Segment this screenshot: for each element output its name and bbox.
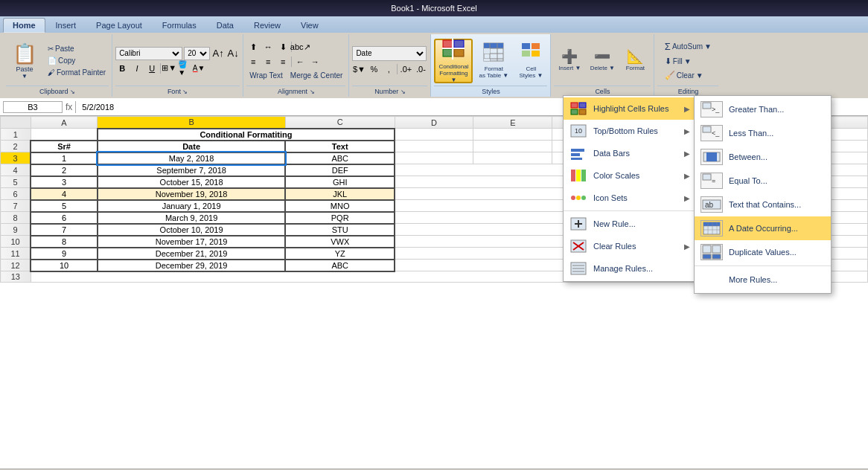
menu-item-new-rule[interactable]: New Rule... — [564, 213, 696, 235]
cell-b4[interactable]: September 7, 2018 — [98, 164, 286, 176]
col-header-b[interactable]: B — [98, 117, 286, 129]
cell-c11[interactable]: YZ — [285, 248, 395, 260]
autosum-btn[interactable]: Σ AutoSum ▼ — [662, 39, 715, 54]
font-size-select[interactable]: 20 — [184, 47, 210, 60]
cell-d3[interactable] — [395, 152, 473, 164]
align-left-btn[interactable]: ≡ — [246, 55, 260, 68]
cell-b12[interactable]: December 29, 2019 — [98, 260, 286, 271]
submenu-item-greater-than[interactable]: >_ Greater Than... — [695, 97, 831, 121]
cell-styles-button[interactable]: CellStyles ▼ — [514, 39, 547, 83]
cell-b6[interactable]: November 19, 2018 — [98, 188, 286, 200]
col-header-d[interactable]: D — [395, 117, 473, 129]
format-as-table-button[interactable]: Formatas Table ▼ — [476, 39, 511, 83]
cell-a3[interactable]: 1 — [31, 152, 98, 164]
cell-a5[interactable]: 3 — [31, 176, 98, 188]
fill-color-btn[interactable]: 🪣▼ — [177, 62, 191, 75]
tab-review[interactable]: Review — [244, 18, 290, 33]
cell-c7[interactable]: MNO — [285, 200, 395, 212]
cell-a2[interactable]: Sr# — [31, 141, 98, 152]
format-painter-button[interactable]: 🖌 Format Painter — [45, 67, 109, 78]
cell-e3[interactable] — [473, 152, 552, 164]
menu-item-data-bars[interactable]: Data Bars ▶ — [564, 142, 696, 164]
underline-btn[interactable]: U — [145, 62, 159, 75]
percent-btn[interactable]: % — [367, 62, 380, 76]
delete-cells-button[interactable]: ➖ Delete ▼ — [587, 39, 618, 83]
increase-indent-btn[interactable]: → — [308, 55, 322, 68]
submenu-item-equal-to[interactable]: = Equal To... — [695, 169, 831, 193]
wrap-text-btn[interactable]: Wrap Text — [246, 70, 286, 81]
cut-button[interactable]: ✂ Paste — [45, 43, 109, 54]
italic-btn[interactable]: I — [130, 62, 144, 75]
tab-view[interactable]: View — [291, 18, 328, 33]
cell-a8[interactable]: 6 — [31, 212, 98, 224]
cell-c2[interactable]: Text — [285, 141, 395, 152]
cell-c9[interactable]: STU — [285, 224, 395, 236]
increase-font-btn[interactable]: A↑ — [211, 47, 225, 60]
cell-a6[interactable]: 4 — [31, 188, 98, 200]
cell-a10[interactable]: 8 — [31, 236, 98, 248]
col-header-e[interactable]: E — [473, 117, 552, 129]
cell-b9[interactable]: October 10, 2019 — [98, 224, 286, 236]
copy-button[interactable]: 📄 Copy — [45, 55, 109, 66]
cell-e2[interactable] — [473, 141, 552, 152]
currency-btn[interactable]: $▼ — [352, 62, 366, 76]
decrease-font-btn[interactable]: A↓ — [226, 47, 240, 60]
font-name-select[interactable]: Calibri — [115, 47, 182, 60]
tab-formulas[interactable]: Formulas — [153, 18, 206, 33]
col-header-a[interactable]: A — [31, 117, 98, 129]
decrease-indent-btn[interactable]: ← — [293, 55, 307, 68]
cell-c12[interactable]: ABC — [285, 260, 395, 271]
name-box[interactable] — [3, 101, 63, 113]
cell-b10[interactable]: November 17, 2019 — [98, 236, 286, 248]
format-cells-button[interactable]: 📐 Format — [619, 39, 651, 83]
cell-b5[interactable]: October 15, 2018 — [98, 176, 286, 188]
cell-c10[interactable]: VWX — [285, 236, 395, 248]
clear-btn[interactable]: 🧹 Clear ▼ — [662, 69, 715, 82]
submenu-item-date-occurring[interactable]: A Date Occurring... — [695, 216, 831, 240]
cell-a9[interactable]: 7 — [31, 224, 98, 236]
col-header-c[interactable]: C — [285, 117, 395, 129]
cell-d2[interactable] — [395, 141, 473, 152]
cell-b3[interactable]: May 2, 2018 — [98, 152, 286, 164]
conditional-formatting-button[interactable]: ConditionalFormatting ▼ — [434, 39, 473, 83]
align-center-btn[interactable]: ≡ — [261, 55, 275, 68]
cell-c4[interactable]: DEF — [285, 164, 395, 176]
submenu-item-less-than[interactable]: <_ Less Than... — [695, 121, 831, 145]
cell-c5[interactable]: GHI — [285, 176, 395, 188]
cell-c6[interactable]: JKL — [285, 188, 395, 200]
merge-center-btn[interactable]: Merge & Center — [287, 70, 346, 81]
cell-a11[interactable]: 9 — [31, 248, 98, 260]
cell-b2[interactable]: Date — [98, 141, 286, 152]
menu-item-icon-sets[interactable]: Icon Sets ▶ — [564, 187, 696, 209]
borders-btn[interactable]: ⊞▼ — [162, 62, 176, 75]
cell-b11[interactable]: December 21, 2019 — [98, 248, 286, 260]
cell-b8[interactable]: March 9, 2019 — [98, 212, 286, 224]
tab-page-layout[interactable]: Page Layout — [86, 18, 152, 33]
cell-c8[interactable]: PQR — [285, 212, 395, 224]
cell-a4[interactable]: 2 — [31, 164, 98, 176]
cell-b1[interactable]: Conditional Formatiting — [98, 129, 395, 141]
submenu-item-more-rules[interactable]: More Rules... — [695, 268, 831, 292]
submenu-item-duplicate-values[interactable]: Duplicate Values... — [695, 240, 831, 264]
menu-item-top-bottom[interactable]: 10 Top/Bottom Rules ▶ — [564, 120, 696, 142]
number-format-select[interactable]: Date — [352, 46, 427, 61]
tab-home[interactable]: Home — [3, 18, 45, 33]
cell-b7[interactable]: January 1, 2019 — [98, 200, 286, 212]
tab-insert[interactable]: Insert — [46, 18, 86, 33]
comma-btn[interactable]: , — [382, 62, 395, 76]
align-right-btn[interactable]: ≡ — [276, 55, 290, 68]
font-color-btn[interactable]: A▼ — [192, 62, 205, 75]
cell-e1[interactable] — [473, 129, 552, 141]
cell-a1[interactable] — [31, 129, 98, 141]
cell-c3[interactable]: ABC — [285, 152, 395, 164]
tab-data[interactable]: Data — [207, 18, 243, 33]
fill-btn[interactable]: ⬇ Fill ▼ — [662, 55, 715, 68]
bold-btn[interactable]: B — [115, 62, 129, 75]
submenu-item-between[interactable]: Between... — [695, 145, 831, 169]
menu-item-color-scales[interactable]: Color Scales ▶ — [564, 164, 696, 187]
align-top-btn[interactable]: ⬆ — [246, 40, 260, 54]
orient-btn[interactable]: abc↗ — [293, 40, 307, 54]
menu-item-manage-rules[interactable]: Manage Rules... — [564, 257, 696, 280]
cell-a12[interactable]: 10 — [31, 260, 98, 271]
increase-decimal-btn[interactable]: .0+ — [399, 62, 412, 76]
